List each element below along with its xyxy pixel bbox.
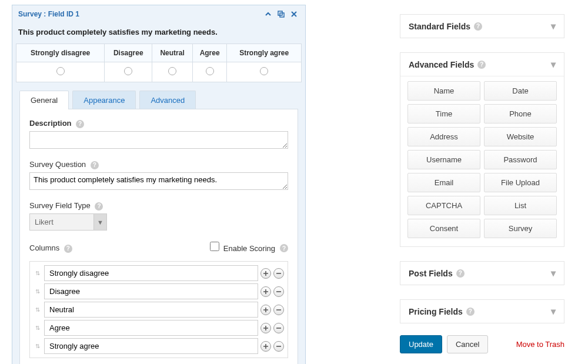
remove-choice-button[interactable] [273, 341, 284, 352]
radio-icon[interactable] [168, 67, 176, 75]
field-button-name[interactable]: Name [407, 81, 480, 101]
columns-list: ⇅⇅⇅⇅⇅ [29, 261, 288, 358]
update-button[interactable]: Update [400, 335, 442, 353]
column-choice-input[interactable] [44, 265, 258, 281]
drag-handle-icon[interactable]: ⇅ [34, 321, 42, 335]
field-button-list[interactable]: List [484, 196, 557, 215]
tab-appearance[interactable]: Appearance [72, 91, 136, 109]
column-choice-row: ⇅ [34, 338, 284, 354]
survey-question-input[interactable] [29, 172, 288, 190]
column-choice-input[interactable] [44, 302, 258, 318]
column-choice-input[interactable] [44, 338, 258, 354]
column-choice-row: ⇅ [34, 302, 284, 318]
field-button-address[interactable]: Address [407, 127, 480, 146]
description-input[interactable] [29, 131, 288, 149]
tab-general[interactable]: General [19, 91, 69, 109]
enable-scoring-label: Enable Scoring [223, 244, 275, 253]
help-icon[interactable]: ? [280, 244, 288, 252]
likert-radio-cell[interactable] [105, 62, 152, 82]
field-button-email[interactable]: Email [407, 173, 480, 192]
likert-radio-cell[interactable] [152, 62, 192, 82]
field-editor: Survey : Field ID 1 This product complet… [12, 5, 306, 364]
drag-handle-icon[interactable]: ⇅ [34, 285, 42, 299]
field-button-survey[interactable]: Survey [484, 219, 557, 238]
panel-title-standard: Standard Fields [409, 22, 470, 31]
field-button-time[interactable]: Time [407, 104, 480, 123]
likert-preview: Strongly disagreeDisagreeNeutralAgreeStr… [16, 44, 302, 82]
panel-title-pricing: Pricing Fields [409, 307, 463, 316]
field-button-username[interactable]: Username [407, 150, 480, 169]
column-choice-input[interactable] [44, 320, 258, 336]
panel-pricing-fields: Pricing Fields ? ▾ [400, 299, 564, 323]
duplicate-icon[interactable] [276, 9, 286, 19]
field-button-consent[interactable]: Consent [407, 219, 480, 238]
help-icon[interactable]: ? [76, 120, 84, 128]
add-choice-button[interactable] [260, 323, 271, 333]
likert-radio-cell[interactable] [16, 62, 105, 82]
move-to-trash-link[interactable]: Move to Trash [516, 340, 564, 349]
chevron-down-icon: ▼ [94, 213, 107, 231]
drag-handle-icon[interactable]: ⇅ [34, 303, 42, 317]
column-choice-row: ⇅ [34, 320, 284, 336]
enable-scoring-toggle[interactable]: Enable Scoring [208, 240, 275, 253]
help-icon[interactable]: ? [64, 245, 72, 253]
tab-panel-general: Description ? Survey Question ? Survey F… [19, 109, 298, 364]
help-icon[interactable]: ? [474, 22, 482, 31]
help-icon[interactable]: ? [477, 61, 486, 69]
advanced-fields-grid: NameDateTimePhoneAddressWebsiteUsernameP… [407, 81, 557, 238]
remove-choice-button[interactable] [273, 305, 284, 315]
radio-icon[interactable] [260, 67, 268, 75]
radio-icon[interactable] [206, 67, 214, 75]
drag-handle-icon[interactable]: ⇅ [34, 266, 42, 280]
chevron-down-icon: ▾ [551, 268, 556, 279]
radio-icon[interactable] [56, 67, 65, 75]
add-choice-button[interactable] [260, 268, 271, 279]
column-choice-row: ⇅ [34, 265, 284, 281]
field-button-captcha[interactable]: CAPTCHA [407, 196, 480, 215]
field-button-date[interactable]: Date [484, 81, 557, 101]
field-button-password[interactable]: Password [484, 150, 557, 169]
remove-choice-button[interactable] [273, 323, 284, 333]
column-choice-row: ⇅ [34, 283, 284, 299]
panel-header-post[interactable]: Post Fields ? ▾ [400, 262, 564, 285]
column-choice-input[interactable] [44, 283, 258, 299]
add-choice-button[interactable] [260, 305, 271, 315]
survey-question-label: Survey Question [29, 160, 86, 169]
tab-advanced[interactable]: Advanced [139, 91, 196, 109]
chevron-down-icon: ▾ [551, 21, 556, 32]
cancel-button[interactable]: Cancel [447, 335, 488, 353]
likert-column-header: Strongly agree [227, 44, 302, 62]
field-type-label: Survey Field Type [29, 201, 91, 210]
remove-choice-button[interactable] [273, 286, 284, 297]
enable-scoring-checkbox[interactable] [210, 242, 219, 251]
field-button-file-upload[interactable]: File Upload [484, 173, 557, 192]
panel-header-standard[interactable]: Standard Fields ? ▾ [400, 15, 564, 38]
help-icon[interactable]: ? [95, 202, 103, 211]
help-icon[interactable]: ? [456, 269, 465, 278]
panel-header-advanced[interactable]: Advanced Fields ? ▾ [400, 53, 564, 76]
panel-title-post: Post Fields [409, 269, 453, 278]
panel-standard-fields: Standard Fields ? ▾ [400, 14, 564, 38]
collapse-icon[interactable] [263, 9, 273, 19]
add-choice-button[interactable] [260, 286, 271, 297]
field-editor-title: Survey : Field ID 1 [18, 10, 260, 18]
field-type-select[interactable]: Likert [29, 213, 94, 231]
likert-radio-cell[interactable] [192, 62, 227, 82]
field-button-phone[interactable]: Phone [484, 104, 557, 123]
likert-column-header: Agree [192, 44, 227, 62]
help-icon[interactable]: ? [91, 161, 99, 169]
chevron-down-icon: ▾ [551, 306, 556, 317]
editor-tabs: GeneralAppearanceAdvanced [19, 91, 298, 109]
likert-radio-cell[interactable] [227, 62, 302, 82]
radio-icon[interactable] [124, 67, 132, 75]
panel-header-pricing[interactable]: Pricing Fields ? ▾ [400, 300, 564, 323]
remove-choice-button[interactable] [273, 268, 284, 279]
drag-handle-icon[interactable]: ⇅ [34, 339, 42, 353]
close-icon[interactable] [289, 9, 299, 19]
add-choice-button[interactable] [260, 341, 271, 352]
chevron-down-icon: ▾ [551, 59, 556, 70]
survey-question-preview: This product completely satisfies my mar… [12, 23, 305, 44]
help-icon[interactable]: ? [466, 308, 475, 316]
field-button-website[interactable]: Website [484, 127, 557, 146]
description-label: Description [29, 119, 72, 128]
